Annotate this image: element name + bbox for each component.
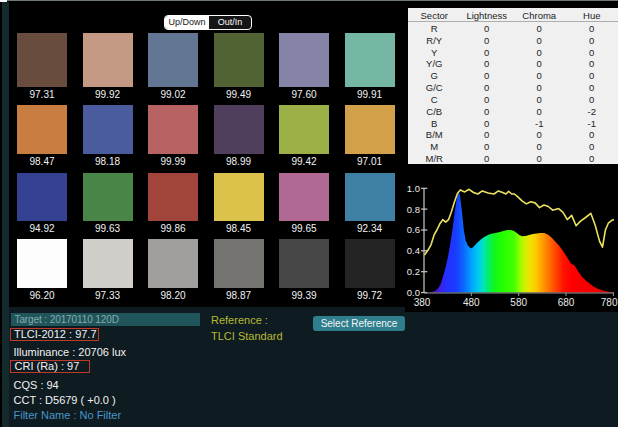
svg-text:1.0: 1.0 — [407, 183, 420, 194]
svg-text:0.6: 0.6 — [407, 224, 420, 235]
svg-text:780: 780 — [601, 297, 618, 308]
svg-text:680: 680 — [558, 297, 575, 308]
svg-text:580: 580 — [510, 297, 527, 308]
svg-text:0.2: 0.2 — [407, 266, 420, 277]
svg-text:480: 480 — [463, 297, 480, 308]
svg-text:0.4: 0.4 — [407, 245, 420, 256]
svg-text:0.8: 0.8 — [407, 204, 420, 215]
svg-text:380: 380 — [414, 297, 431, 308]
